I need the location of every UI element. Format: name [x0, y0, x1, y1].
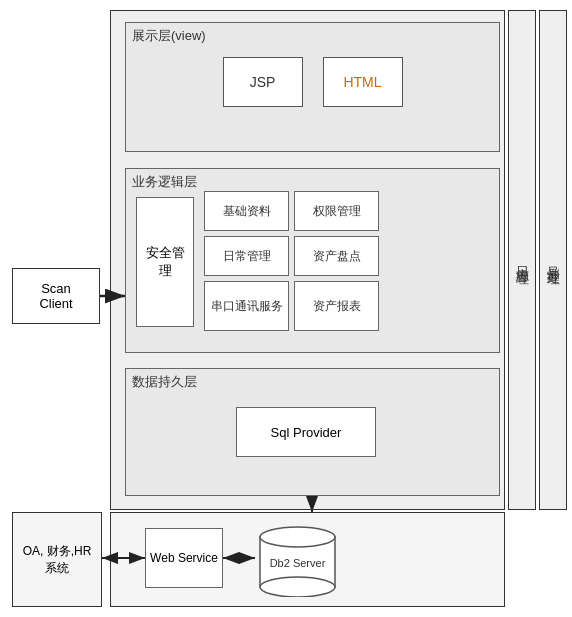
- display-layer: 展示层(view) JSP HTML: [125, 22, 500, 152]
- web-service-box: Web Service: [145, 528, 223, 588]
- svg-text:Db2 Server: Db2 Server: [270, 557, 326, 569]
- scan-client-box: ScanClient: [12, 268, 100, 324]
- log-column: 日志管理: [508, 10, 536, 510]
- biz-item-5: 资产报表: [294, 281, 379, 331]
- oa-box: OA, 财务,HR系统: [12, 512, 102, 607]
- diagram-container: 日志管理 异常处理 展示层(view) JSP HTML 业务逻辑层 安全管理 …: [0, 0, 572, 617]
- biz-item-3: 资产盘点: [294, 236, 379, 276]
- error-label: 异常处理: [544, 256, 562, 264]
- biz-item-1: 权限管理: [294, 191, 379, 231]
- svg-point-2: [260, 577, 335, 597]
- scan-client-label: ScanClient: [39, 281, 72, 311]
- display-layer-items: JSP HTML: [126, 49, 499, 115]
- jsp-box: JSP: [223, 57, 303, 107]
- biz-item-0: 基础资料: [204, 191, 289, 231]
- html-box: HTML: [323, 57, 403, 107]
- log-label: 日志管理: [513, 256, 531, 264]
- sql-provider-box: Sql Provider: [236, 407, 376, 457]
- svg-point-1: [260, 527, 335, 547]
- db2-server: Db2 Server: [255, 522, 340, 601]
- oa-label: OA, 财务,HR系统: [23, 543, 92, 577]
- db2-cylinder-svg: Db2 Server: [255, 522, 340, 597]
- biz-item-4: 串口通讯服务: [204, 281, 289, 331]
- security-label: 安全管理: [146, 244, 185, 280]
- error-column: 异常处理: [539, 10, 567, 510]
- security-box: 安全管理: [136, 197, 194, 327]
- business-grid: 基础资料 权限管理 日常管理 资产盘点 串口通讯服务 资产报表: [204, 191, 379, 331]
- data-layer: 数据持久层 Sql Provider: [125, 368, 500, 496]
- biz-item-2: 日常管理: [204, 236, 289, 276]
- web-service-label: Web Service: [150, 551, 218, 565]
- data-layer-title: 数据持久层: [126, 369, 499, 395]
- business-layer: 业务逻辑层 安全管理 基础资料 权限管理 日常管理 资产盘点 串口通讯服务 资产…: [125, 168, 500, 353]
- display-layer-title: 展示层(view): [126, 23, 499, 49]
